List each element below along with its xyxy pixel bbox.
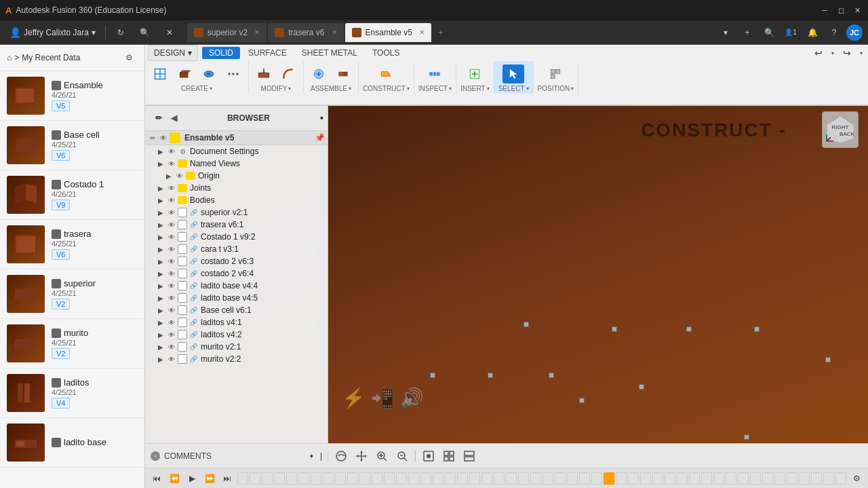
file-item-ensamble[interactable]: Ensamble 4/26/21 V5 [0, 71, 144, 121]
file-item-laditobase[interactable]: ladito base [0, 418, 144, 468]
check-box[interactable] [178, 293, 187, 303]
expand-icon[interactable]: ▶ [156, 183, 165, 193]
anim-tick-26[interactable] [555, 472, 566, 485]
browser-murito-v22[interactable]: ▶ 👁 🔗 murito v2:2 [145, 353, 328, 365]
anim-tick-44[interactable] [774, 472, 785, 485]
anim-tick-40[interactable] [726, 472, 736, 485]
check-box[interactable] [178, 244, 187, 254]
browser-pin-icon[interactable]: 📌 [315, 133, 325, 143]
browser-bodies[interactable]: ▶ 👁 Bodies [145, 194, 328, 206]
display-settings-btn[interactable] [420, 447, 437, 465]
settings-button[interactable]: ⚙ [120, 49, 138, 67]
browser-carat-v3[interactable]: ▶ 👁 🔗 cara t v3:1 [145, 243, 328, 255]
anim-tick-32[interactable] [628, 472, 639, 485]
browser-laditobase-v45[interactable]: ▶ 👁 🔗 ladito base v4:5 [145, 292, 328, 304]
file-item-costado1[interactable]: Costado 1 4/26/21 V9 [0, 170, 144, 220]
insert-btn[interactable] [464, 64, 486, 83]
expand-icon[interactable]: ▶ [156, 195, 165, 205]
view-cube[interactable]: RIGHT BACK [822, 111, 863, 152]
anim-first-btn[interactable]: ⏮ [149, 471, 164, 486]
anim-tick-42[interactable] [750, 472, 761, 485]
tab-sheetmetal[interactable]: SHEET METAL [295, 47, 364, 59]
notification-search-btn[interactable]: 🔍 [760, 23, 778, 42]
check-box[interactable] [178, 220, 187, 229]
expand-icon[interactable]: ▶ [156, 208, 165, 217]
anim-tick-19[interactable] [469, 472, 480, 485]
anim-tick-11[interactable] [372, 472, 382, 485]
notification-bell-btn[interactable]: 🔔 [803, 23, 822, 42]
browser-named-views[interactable]: ▶ 👁 Named Views [145, 157, 328, 170]
anim-tick-41[interactable] [738, 472, 749, 485]
tab-trasera[interactable]: trasera v6 ✕ [268, 23, 343, 42]
anim-tick-14[interactable] [408, 472, 419, 485]
browser-basecell-v61[interactable]: ▶ 👁 🔗 Base cell v6:1 [145, 304, 328, 316]
tab-superior[interactable]: superior v2 ✕ [187, 23, 267, 42]
anim-tick-13[interactable] [396, 472, 407, 485]
user-account[interactable]: 👤 Jeffry Calixto Jara ▾ [5, 24, 100, 41]
anim-tick-36[interactable] [677, 472, 688, 485]
expand-icon[interactable]: ▶ [156, 147, 165, 156]
browser-superior-v2[interactable]: ▶ 👁 🔗 superior v2:1 [145, 206, 328, 219]
anim-play-btn[interactable]: ▶ [184, 471, 199, 486]
browser-trasera-v6[interactable]: ▶ 👁 🔗 trasera v6:1 [145, 219, 328, 231]
anim-tick-18[interactable] [457, 472, 468, 485]
anim-tick-8[interactable] [335, 472, 346, 485]
anim-tick-1[interactable] [250, 472, 260, 485]
restore-button[interactable]: ◻ [835, 5, 846, 16]
anim-tick-47[interactable] [811, 472, 822, 485]
anim-tick-3[interactable] [274, 472, 285, 485]
expand-icon[interactable]: ▶ [156, 281, 165, 290]
search-button[interactable]: 🔍 [136, 23, 155, 42]
anim-tick-43[interactable] [762, 472, 773, 485]
tab-new-button[interactable]: + [738, 23, 757, 42]
anim-tick-34[interactable] [652, 472, 663, 485]
anim-tick-46[interactable] [799, 472, 810, 485]
check-box[interactable] [178, 269, 187, 278]
file-version-laditos[interactable]: V4 [52, 398, 70, 409]
anim-tick-7[interactable] [323, 472, 334, 485]
expand-icon[interactable]: ▶ [156, 257, 165, 266]
minimize-button[interactable]: ─ [819, 5, 830, 16]
create-sketch-btn[interactable] [149, 64, 171, 83]
browser-murito-v21[interactable]: ▶ 👁 🔗 murito v2:1 [145, 341, 328, 353]
anim-prev-btn[interactable]: ⏪ [167, 471, 182, 486]
anim-tick-49[interactable] [835, 472, 846, 485]
browser-costado1-v9[interactable]: ▶ 👁 🔗 Costado 1 v9:2 [145, 231, 328, 243]
anim-tick-27[interactable] [567, 472, 578, 485]
expand-icon[interactable]: ▶ [156, 159, 165, 168]
anim-tick-39[interactable] [713, 472, 724, 485]
anim-tick-38[interactable] [701, 472, 712, 485]
anim-tick-15[interactable] [420, 472, 431, 485]
design-dropdown[interactable]: DESIGN ▾ [148, 45, 198, 61]
construct-plane-btn[interactable] [375, 64, 397, 83]
browser-costado2-v64[interactable]: ▶ 👁 🔗 costado 2 v6:4 [145, 267, 328, 280]
anim-tick-23[interactable] [518, 472, 529, 485]
check-box[interactable] [178, 330, 187, 339]
anim-tick-20[interactable] [481, 472, 492, 485]
anim-tick-16[interactable] [433, 472, 443, 485]
view-layout-btn[interactable] [460, 447, 478, 465]
tab-superior-close[interactable]: ✕ [254, 29, 260, 36]
anim-tick-12[interactable] [384, 472, 395, 485]
modify-fillet-btn[interactable] [277, 64, 299, 83]
tab-ensamble[interactable]: Ensamble v5 ✕ [345, 23, 431, 42]
anim-next-btn[interactable]: ⏩ [202, 471, 217, 486]
anim-tick-2[interactable] [262, 472, 273, 485]
tab-overflow-button[interactable]: ▾ [716, 23, 735, 42]
file-version-murito[interactable]: V2 [52, 348, 70, 359]
anim-tick-24[interactable] [530, 472, 541, 485]
redo-button[interactable]: ↪ [838, 44, 856, 62]
file-item-laditos[interactable]: laditos 4/25/21 V4 [0, 369, 144, 418]
file-version-basecell[interactable]: V6 [52, 150, 70, 161]
undo-dropdown[interactable]: ▾ [829, 44, 837, 62]
anim-tick-29[interactable] [591, 472, 602, 485]
anim-tick-22[interactable] [506, 472, 517, 485]
anim-tick-5[interactable] [298, 472, 309, 485]
expand-icon[interactable]: ▶ [164, 171, 174, 181]
file-version-ensamble[interactable]: V5 [52, 100, 70, 111]
anim-tick-0[interactable] [237, 472, 248, 485]
help-button[interactable]: ? [825, 23, 844, 42]
check-box[interactable] [178, 342, 187, 352]
file-item-basecell[interactable]: Base cell 4/25/21 V6 [0, 121, 144, 170]
expand-icon[interactable]: ▶ [156, 318, 165, 327]
